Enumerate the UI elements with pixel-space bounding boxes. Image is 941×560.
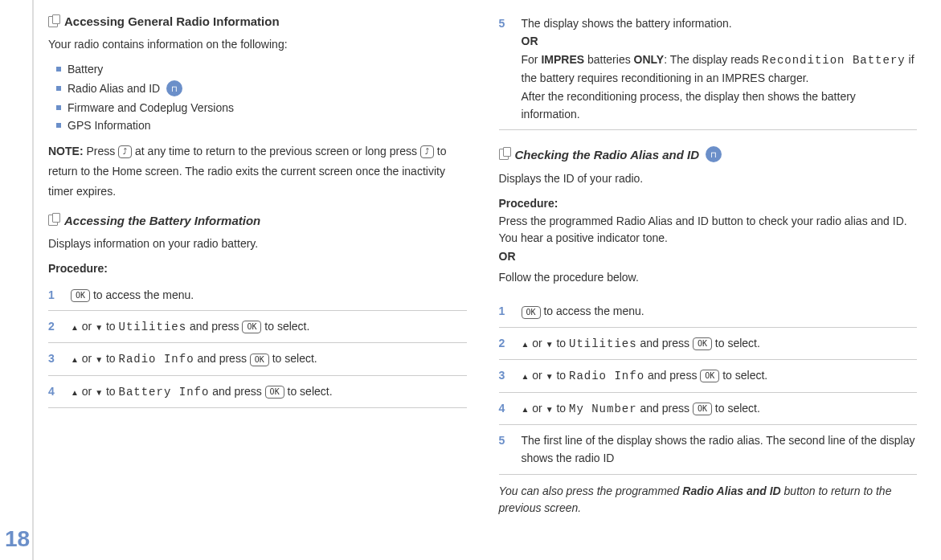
bullet-list-general: Battery Radio Alias and ID ⊓ Firmware an… [56, 63, 467, 132]
arrow-up-icon [71, 352, 79, 365]
bullet-label: Firmware and Codeplug Versions [68, 101, 234, 114]
arrow-up-icon [522, 402, 530, 415]
step-fragment: to access the menu. [90, 288, 194, 301]
arrow-down-icon [546, 337, 554, 349]
step-row: 5 The first line of the display shows th… [499, 425, 918, 475]
step-fragment: to [103, 385, 118, 398]
square-bullet-icon [56, 86, 61, 91]
step-row: 1 OK to access the menu. [48, 280, 467, 311]
page-stack-icon [48, 215, 58, 226]
ok-key-icon: OK [693, 403, 712, 415]
back-key-icon: ⤴ [420, 145, 434, 158]
step-row: 5 The display shows the battery informat… [499, 8, 918, 130]
footnote: You can also press the programmed Radio … [499, 483, 918, 517]
ok-key-icon: OK [693, 337, 712, 350]
ok-key-icon: OK [71, 289, 90, 302]
arrow-up-icon [522, 369, 530, 382]
ok-key-icon: OK [242, 321, 261, 333]
menu-mono: Utilities [569, 337, 637, 350]
menu-mono: Radio Info [119, 353, 194, 366]
footnote-fragment: You can also press the programmed [499, 484, 683, 497]
bullet-label: GPS Information [68, 119, 151, 132]
step-fragment: After the reconditioning process, the di… [522, 90, 856, 121]
procedure-steps-alias: 1 OK to access the menu. 2 or to Utiliti… [499, 296, 918, 474]
procedure-label: Procedure: [499, 197, 918, 210]
step-fragment: and press [644, 369, 700, 382]
step-fragment: or [529, 402, 545, 415]
step-fragment: and press [637, 402, 693, 415]
section-title-alias: Checking the Radio Alias and ID [515, 148, 699, 161]
square-bullet-icon [56, 105, 61, 110]
square-bullet-icon [56, 123, 61, 128]
mic-icon: ⊓ [706, 146, 722, 162]
step5-container: 5 The display shows the battery informat… [499, 8, 918, 130]
note-block: NOTE: Press ⤴ at any time to return to t… [48, 141, 467, 202]
step-number: 2 [48, 317, 59, 335]
list-item: Battery [56, 63, 467, 76]
step-row: 3 or to Radio Info and press OK to selec… [48, 343, 467, 375]
arrow-down-icon [546, 402, 554, 415]
right-column: 5 The display shows the battery informat… [499, 8, 918, 517]
list-item: Radio Alias and ID ⊓ [56, 80, 467, 96]
step-number: 3 [499, 366, 510, 384]
menu-mono: Recondition Battery [762, 54, 906, 67]
step-fragment: to select. [719, 369, 767, 382]
step-text: The first line of the display shows the … [522, 431, 918, 468]
step-fragment: to [103, 352, 118, 365]
page-number: 18 [5, 526, 30, 552]
step-fragment: ONLY [634, 53, 665, 66]
step-fragment: or [79, 385, 95, 398]
arrow-down-icon [95, 385, 103, 398]
section-header-battery: Accessing the Battery Information [48, 214, 467, 227]
step-text: or to My Number and press OK to select. [522, 399, 760, 418]
ok-key-icon: OK [522, 306, 541, 319]
ok-key-icon: OK [265, 386, 284, 399]
step-text: or to Utilities and press OK to select. [522, 334, 760, 353]
step-fragment: to select. [269, 352, 317, 365]
step-fragment: or [529, 337, 545, 349]
bullet-label: Battery [68, 63, 103, 76]
bullet-label: Radio Alias and ID [68, 82, 160, 95]
step-number: 3 [48, 349, 59, 367]
step-fragment: The display shows the battery informatio… [522, 17, 732, 30]
back-key-icon: ⤴ [118, 145, 132, 158]
note-text: Press [86, 145, 118, 157]
step-fragment: or [529, 369, 545, 382]
note-text: at any time to return to the previous sc… [135, 145, 420, 157]
section-title-battery: Accessing the Battery Information [64, 214, 260, 227]
step-row: 2 or to Utilities and press OK to select… [499, 328, 918, 360]
step-fragment: to select. [284, 385, 333, 398]
step-fragment: to [554, 337, 569, 349]
step-row: 2 or to Utilities and press OK to select… [48, 311, 467, 343]
step-text: OK to access the menu. [522, 302, 644, 320]
step-text: or to Utilities and press OK to select. [71, 317, 309, 336]
step-fragment: to select. [712, 402, 760, 415]
section-title-general: Accessing General Radio Information [64, 14, 280, 28]
step-fragment: and press [637, 337, 693, 349]
intro-battery: Displays information on your radio batte… [48, 235, 467, 252]
page-stack-icon [48, 16, 58, 27]
intro-general: Your radio contains information on the f… [48, 36, 467, 53]
step-number: 1 [48, 286, 59, 304]
step-text: or to Radio Info and press OK to select. [522, 366, 768, 385]
step-number: 2 [499, 334, 510, 352]
step-fragment: to [554, 402, 569, 415]
mic-icon: ⊓ [166, 80, 182, 96]
step-row: 4 or to Battery Info and press OK to sel… [48, 376, 467, 408]
menu-mono: Radio Info [569, 370, 644, 382]
step-fragment: or [79, 320, 95, 333]
step-fragment: and press [194, 352, 250, 365]
step-number: 5 [499, 14, 510, 32]
step-fragment: to select. [261, 320, 309, 333]
arrow-up-icon [71, 385, 79, 398]
page-stack-icon [499, 149, 509, 160]
step-fragment: to [554, 369, 569, 382]
intro-alias: Displays the ID of your radio. [499, 170, 918, 187]
arrow-down-icon [95, 320, 103, 333]
step-fragment: For [522, 53, 542, 66]
left-column: Accessing General Radio Information Your… [48, 8, 467, 517]
side-vertical-bar [32, 0, 34, 560]
menu-mono: My Number [569, 403, 637, 415]
step-fragment: or [79, 352, 95, 365]
step-text: or to Battery Info and press OK to selec… [71, 382, 333, 401]
